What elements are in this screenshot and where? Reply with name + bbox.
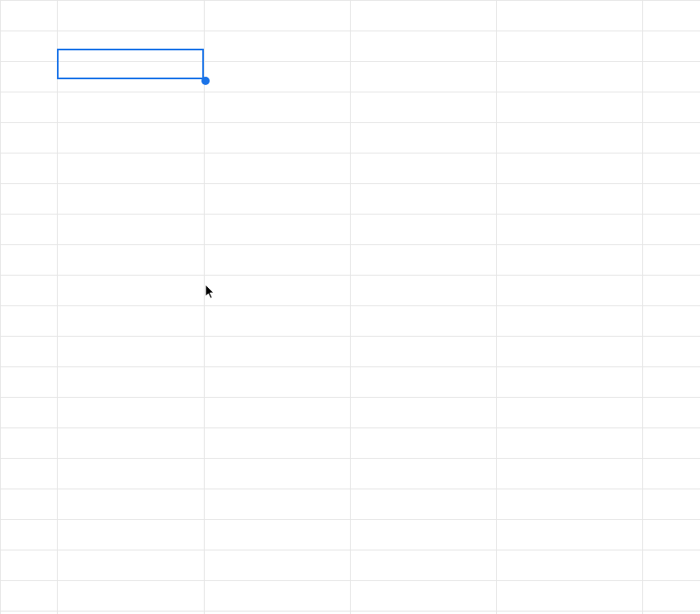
cell[interactable] (497, 581, 643, 612)
cell[interactable] (643, 92, 701, 123)
cell[interactable] (643, 550, 701, 581)
cell[interactable] (1, 306, 58, 337)
cell[interactable] (58, 62, 205, 92)
fill-handle[interactable] (201, 77, 210, 85)
cell[interactable] (497, 428, 643, 459)
cell[interactable] (497, 92, 643, 123)
cell[interactable] (351, 31, 497, 62)
cell[interactable] (1, 398, 58, 428)
cell[interactable] (205, 62, 351, 92)
cell[interactable] (351, 62, 497, 92)
cell[interactable] (205, 367, 351, 398)
cell[interactable] (1, 489, 58, 520)
cell[interactable] (497, 489, 643, 520)
cell[interactable] (351, 459, 497, 489)
cell[interactable] (58, 612, 205, 615)
cell[interactable] (351, 154, 497, 184)
cell[interactable] (205, 1, 351, 31)
cell[interactable] (58, 306, 205, 337)
cell[interactable] (1, 612, 58, 615)
cell[interactable] (497, 1, 643, 31)
cell[interactable] (497, 550, 643, 581)
cell[interactable] (643, 612, 701, 615)
cell[interactable] (58, 92, 205, 123)
cell[interactable] (1, 520, 58, 550)
cell[interactable] (1, 184, 58, 215)
cell[interactable] (497, 520, 643, 550)
cell[interactable] (1, 276, 58, 306)
cell[interactable] (497, 62, 643, 92)
cell[interactable] (1, 62, 58, 92)
cell[interactable] (1, 581, 58, 612)
cell[interactable] (351, 306, 497, 337)
cell[interactable] (643, 215, 701, 245)
cell[interactable] (351, 428, 497, 459)
cell[interactable] (1, 215, 58, 245)
cell[interactable] (1, 154, 58, 184)
cell[interactable] (58, 215, 205, 245)
cell[interactable] (497, 337, 643, 367)
cell[interactable] (1, 1, 58, 31)
cell[interactable] (351, 184, 497, 215)
cell[interactable] (205, 184, 351, 215)
cell[interactable] (1, 367, 58, 398)
cell[interactable] (497, 398, 643, 428)
cell[interactable] (497, 245, 643, 276)
cell[interactable] (351, 215, 497, 245)
cell[interactable] (643, 398, 701, 428)
cell[interactable] (58, 31, 205, 62)
cell[interactable] (58, 245, 205, 276)
cell[interactable] (205, 31, 351, 62)
cell[interactable] (497, 184, 643, 215)
cell[interactable] (351, 1, 497, 31)
cell[interactable] (1, 428, 58, 459)
cell[interactable] (351, 398, 497, 428)
cell[interactable] (497, 367, 643, 398)
cell[interactable] (351, 520, 497, 550)
cell[interactable] (205, 245, 351, 276)
cell[interactable] (497, 459, 643, 489)
cell[interactable] (205, 428, 351, 459)
cell[interactable] (58, 154, 205, 184)
cell[interactable] (643, 459, 701, 489)
cell[interactable] (643, 520, 701, 550)
cell[interactable] (497, 215, 643, 245)
cell[interactable] (205, 215, 351, 245)
cell[interactable] (205, 154, 351, 184)
cell[interactable] (205, 459, 351, 489)
cell[interactable] (351, 123, 497, 154)
cell[interactable] (643, 245, 701, 276)
cell[interactable] (351, 245, 497, 276)
cell[interactable] (497, 123, 643, 154)
cell[interactable] (497, 31, 643, 62)
cell[interactable] (58, 428, 205, 459)
cell[interactable] (205, 337, 351, 367)
cell[interactable] (58, 489, 205, 520)
cell[interactable] (643, 1, 701, 31)
cell[interactable] (205, 612, 351, 615)
cell[interactable] (58, 337, 205, 367)
cell[interactable] (643, 123, 701, 154)
cell[interactable] (497, 276, 643, 306)
cell[interactable] (58, 520, 205, 550)
cell[interactable] (205, 306, 351, 337)
cell[interactable] (497, 306, 643, 337)
spreadsheet-grid[interactable] (0, 0, 700, 614)
cell[interactable] (205, 92, 351, 123)
cell[interactable] (58, 581, 205, 612)
cell[interactable] (205, 520, 351, 550)
cell[interactable] (58, 123, 205, 154)
cell[interactable] (1, 123, 58, 154)
cell[interactable] (205, 398, 351, 428)
cell[interactable] (58, 1, 205, 31)
cell[interactable] (1, 31, 58, 62)
cell[interactable] (351, 276, 497, 306)
cell[interactable] (643, 62, 701, 92)
cell[interactable] (351, 367, 497, 398)
cell[interactable] (1, 245, 58, 276)
cell[interactable] (58, 459, 205, 489)
cell[interactable] (205, 276, 351, 306)
cell[interactable] (1, 337, 58, 367)
cell[interactable] (643, 428, 701, 459)
cell[interactable] (1, 459, 58, 489)
